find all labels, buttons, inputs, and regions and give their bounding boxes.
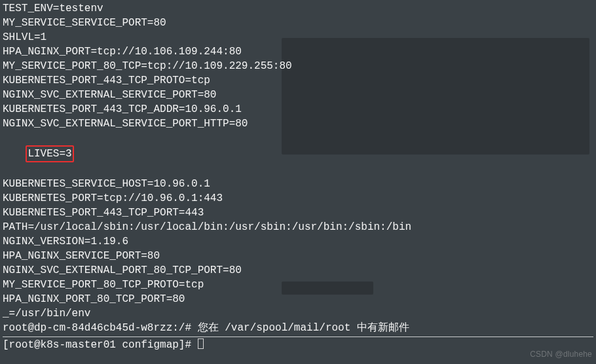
env-line-highlighted: LIVES=3 [3,131,593,177]
env-line: KUBERNETES_PORT_443_TCP_PORT=443 [3,206,593,220]
shell-prompt: [root@k8s-master01 configmap]# [3,339,198,351]
env-line: HPA_NGINX_PORT_80_TCP_PORT=80 [3,292,593,306]
env-line: HPA_NGINX_PORT=tcp://10.106.109.244:80 [3,45,593,59]
env-line: NGINX_SVC_EXTERNAL_SERVICE_PORT=80 [3,88,593,102]
env-line: MY_SERVICE_SERVICE_PORT=80 [3,16,593,30]
env-line: MY_SERVICE_PORT_80_TCP=tcp://10.109.229.… [3,59,593,73]
env-line: NGINX_SVC_EXTERNAL_SERVICE_PORT_HTTP=80 [3,117,593,131]
terminal-output[interactable]: TEST_ENV=testenv MY_SERVICE_SERVICE_PORT… [3,1,593,352]
env-line: KUBERNETES_PORT_443_TCP_ADDR=10.96.0.1 [3,102,593,117]
env-line: KUBERNETES_PORT_443_TCP_PROTO=tcp [3,73,593,88]
env-line: PATH=/usr/local/sbin:/usr/local/bin:/usr… [3,220,593,234]
env-line: HPA_NGINX_SERVICE_PORT=80 [3,249,593,263]
cursor-icon [198,338,204,349]
env-line: MY_SERVICE_PORT_80_TCP_PROTO=tcp [3,278,593,292]
env-line: NGINX_VERSION=1.19.6 [3,234,593,249]
env-line: SHLVL=1 [3,30,593,45]
divider [3,337,593,337]
env-line: _=/usr/bin/env [3,306,593,321]
watermark: CSDN @dluhehe [530,347,592,361]
env-line: KUBERNETES_SERVICE_HOST=10.96.0.1 [3,177,593,191]
env-line: KUBERNETES_PORT=tcp://10.96.0.1:443 [3,191,593,206]
mail-notification: root@dp-cm-84d46cb45d-w8rzz:/# 您在 /var/s… [3,321,593,335]
highlight-box: LIVES=3 [26,145,73,162]
env-line: NGINX_SVC_EXTERNAL_PORT_80_TCP_PORT=80 [3,263,593,278]
shell-prompt-line[interactable]: [root@k8s-master01 configmap]# [3,338,593,352]
env-line: TEST_ENV=testenv [3,1,593,16]
